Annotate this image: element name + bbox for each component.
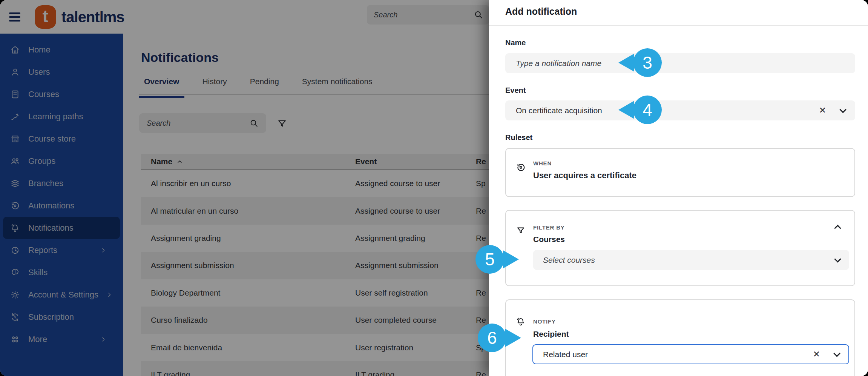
chevron-down-icon[interactable] bbox=[833, 350, 840, 357]
groups-icon bbox=[10, 156, 20, 166]
table-search[interactable] bbox=[139, 113, 266, 133]
sidebar-item-label: Courses bbox=[28, 89, 120, 99]
sidebar-item-skills[interactable]: Skills bbox=[3, 261, 120, 284]
sidebar-item-learning-paths[interactable]: Learning paths bbox=[3, 105, 120, 128]
funnel-icon bbox=[277, 119, 287, 129]
learning-paths-icon bbox=[10, 111, 20, 122]
sidebar-item-label: Reports bbox=[28, 245, 92, 255]
more-icon bbox=[10, 334, 20, 345]
home-icon bbox=[10, 45, 20, 55]
sidebar-item-label: Branches bbox=[28, 179, 120, 188]
cell-event: Assignment submission bbox=[355, 261, 476, 270]
courses-select[interactable]: Select courses bbox=[533, 250, 849, 270]
sidebar-item-users[interactable]: Users bbox=[3, 61, 120, 83]
ruleset-label: Ruleset bbox=[505, 133, 532, 142]
sidebar-item-courses[interactable]: Courses bbox=[3, 83, 120, 105]
name-input-field[interactable] bbox=[516, 59, 845, 68]
sidebar-item-label: Course store bbox=[28, 134, 120, 144]
panel-divider bbox=[489, 25, 868, 26]
badge-number: 6 bbox=[487, 328, 497, 348]
search-icon bbox=[249, 119, 259, 128]
when-text: User acquires a certificate bbox=[533, 171, 636, 180]
sort-asc-icon bbox=[177, 159, 182, 165]
sidebar-item-branches[interactable]: Branches bbox=[3, 172, 120, 194]
funnel-icon bbox=[516, 226, 526, 236]
when-card: WHEN User acquires a certificate bbox=[505, 148, 855, 197]
hamburger-menu-icon[interactable] bbox=[9, 12, 20, 22]
recipient-select-value: Related user bbox=[543, 350, 813, 359]
header-search-input[interactable] bbox=[374, 11, 474, 19]
recipient-select[interactable]: Related user ✕ bbox=[532, 344, 849, 364]
sidebar-item-label: Skills bbox=[28, 268, 120, 277]
chevron-down-icon[interactable] bbox=[834, 256, 841, 262]
bell-icon bbox=[516, 317, 526, 327]
chevron-down-icon[interactable] bbox=[839, 106, 846, 113]
trigger-icon bbox=[516, 162, 526, 173]
brand-logo[interactable]: t talentlms bbox=[35, 5, 124, 29]
sidebar-item-label: Learning paths bbox=[28, 112, 120, 122]
sidebar-item-groups[interactable]: Groups bbox=[3, 150, 120, 172]
column-header-event[interactable]: Event bbox=[355, 157, 476, 166]
filter-kicker: FILTER BY bbox=[533, 224, 565, 231]
cell-name: Assignment grading bbox=[151, 234, 355, 243]
sidebar-nav: Home Users Courses Learning paths Course… bbox=[0, 34, 123, 376]
cell-name: Curso finalizado bbox=[151, 316, 355, 325]
cell-event: User completed course bbox=[355, 316, 476, 325]
chevron-right-icon bbox=[100, 247, 106, 253]
sidebar-item-more[interactable]: More bbox=[3, 328, 120, 350]
cell-name: Email de bienvenida bbox=[151, 343, 355, 352]
add-notification-panel: Add notification Name Event On certifica… bbox=[489, 0, 868, 376]
event-select-value: On certificate acquisition bbox=[516, 106, 819, 115]
event-select[interactable]: On certificate acquisition ✕ bbox=[505, 100, 855, 120]
header-search[interactable] bbox=[367, 5, 489, 25]
sidebar-item-label: Home bbox=[28, 45, 120, 55]
column-header-name[interactable]: Name bbox=[151, 157, 355, 166]
cell-name: ILT grading bbox=[151, 370, 355, 376]
sidebar-item-course-store[interactable]: Course store bbox=[3, 128, 120, 150]
name-input[interactable] bbox=[505, 53, 855, 73]
sidebar-item-label: Users bbox=[28, 67, 120, 77]
clear-icon[interactable]: ✕ bbox=[819, 106, 826, 115]
filter-card: FILTER BY Courses Select courses bbox=[505, 210, 855, 286]
filter-title: Courses bbox=[533, 235, 565, 244]
chevron-right-icon bbox=[106, 292, 112, 298]
sidebar-item-home[interactable]: Home bbox=[3, 39, 120, 61]
annotation-badge-6: 6 bbox=[478, 324, 506, 352]
badge-number: 3 bbox=[643, 52, 652, 73]
page-title: Notifications bbox=[141, 50, 219, 65]
badge-number: 5 bbox=[485, 249, 495, 270]
sidebar-item-automations[interactable]: Automations bbox=[3, 194, 120, 217]
clear-icon[interactable]: ✕ bbox=[813, 350, 820, 359]
cell-event: Assignment grading bbox=[355, 234, 476, 243]
sidebar-item-account-settings[interactable]: Account & Settings bbox=[3, 284, 120, 306]
sidebar-item-label: Subscription bbox=[28, 312, 120, 322]
sidebar-item-notifications[interactable]: Notifications bbox=[3, 217, 120, 239]
table-search-input[interactable] bbox=[147, 119, 249, 128]
event-label: Event bbox=[505, 86, 526, 95]
annotation-badge-4: 4 bbox=[633, 96, 662, 124]
cell-event: Assigned course to user bbox=[355, 206, 476, 216]
top-header: t talentlms bbox=[0, 0, 489, 34]
sidebar-item-subscription[interactable]: $ Subscription bbox=[3, 306, 120, 328]
course-store-icon bbox=[10, 134, 20, 144]
chevron-right-icon bbox=[100, 336, 106, 342]
filter-button[interactable] bbox=[276, 117, 288, 130]
cell-event: User registration bbox=[355, 343, 476, 352]
logo-text: talentlms bbox=[61, 9, 124, 26]
cell-name: Al matricular en un curso bbox=[151, 206, 355, 216]
chevron-up-icon[interactable] bbox=[834, 225, 841, 231]
notify-card: NOTIFY Recipient Related user ✕ bbox=[505, 299, 855, 376]
reports-icon bbox=[10, 245, 20, 256]
skills-icon bbox=[10, 267, 20, 278]
cell-event: Assigned course to user bbox=[355, 179, 476, 188]
settings-icon bbox=[10, 290, 20, 300]
name-label: Name bbox=[505, 39, 526, 47]
sidebar-item-reports[interactable]: Reports bbox=[3, 239, 120, 261]
sidebar-item-label: Notifications bbox=[28, 223, 120, 233]
subscription-icon: $ bbox=[10, 312, 20, 322]
sidebar-item-label: Account & Settings bbox=[28, 290, 98, 300]
cell-name: Assignment submission bbox=[151, 261, 355, 270]
badge-number: 4 bbox=[643, 100, 652, 120]
users-icon bbox=[10, 67, 20, 77]
cell-event: ILT grading bbox=[355, 370, 476, 376]
